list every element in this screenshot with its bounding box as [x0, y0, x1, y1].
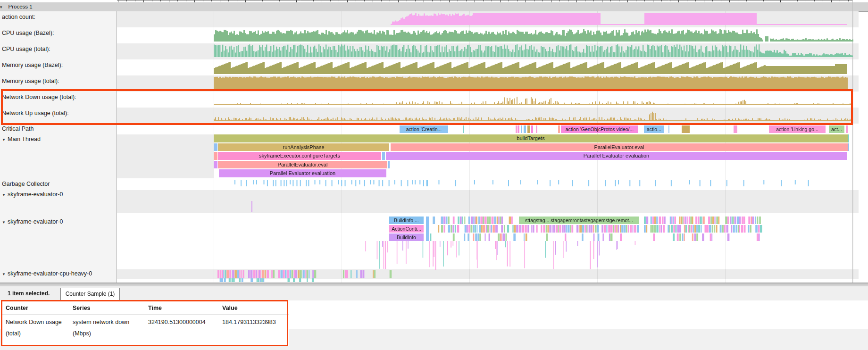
slice-sliver[interactable]: [518, 125, 519, 133]
sidebar-item-garbage-collector[interactable]: Garbage Collector: [0, 181, 117, 187]
slice-parallel-evaluator-evaluation[interactable]: Parallel Evaluator evaluation: [386, 152, 847, 160]
slice-action-linking-go-[interactable]: action 'Linking go...: [769, 125, 826, 133]
sidebar-item-main-thread[interactable]: ▾Main Thread: [0, 136, 115, 142]
slice-sliver[interactable]: [527, 125, 530, 133]
slice-sttagstag-stagagemrontastegage[interactable]: sttagstag... stagagemrontastegagemstge.r…: [519, 217, 639, 224]
slice-sliver[interactable]: [848, 134, 849, 142]
sidebar-item-memory-usage-bazel[interactable]: Memory usage (Bazel):: [0, 62, 117, 68]
sidebar-item-memory-usage-total[interactable]: Memory usage (total):: [0, 78, 117, 84]
selection-toolbar: 1 item selected. Counter Sample (1): [0, 286, 868, 300]
sidebar-item-skyframe-evaluator-0[interactable]: ▾skyframe-evaluator-0: [0, 191, 115, 198]
expand-arrow-icon[interactable]: ▾: [0, 192, 8, 197]
slice-buildinfo-[interactable]: BuildInfo ...: [389, 217, 424, 224]
slice-parallelevaluator-eval[interactable]: ParallelEvaluator.eval: [391, 143, 848, 151]
slice-sliver[interactable]: [516, 125, 517, 133]
track-name-sidebar: action count:CPU usage (Bazel):CPU usage…: [0, 11, 117, 283]
slice-sliver[interactable]: [214, 143, 217, 151]
slice-sliver[interactable]: [214, 161, 217, 169]
slice-sliver[interactable]: [214, 152, 217, 160]
track-label: Memory usage (Bazel):: [2, 62, 63, 68]
panel-divider[interactable]: [0, 283, 868, 286]
track-label: skyframe-evaluator-cpu-heavy-0: [8, 270, 92, 277]
slice-sliver[interactable]: [734, 125, 737, 133]
track-label: Memory usage (total):: [2, 78, 59, 84]
slice-action-creatin-[interactable]: action 'Creatin...: [400, 125, 448, 133]
slice-sliver[interactable]: [531, 125, 533, 133]
track-label: Garbage Collector: [2, 181, 50, 187]
highlight-box-2: [1, 300, 288, 346]
slice-runanalysisphase[interactable]: runAnalysisPhase: [218, 143, 389, 151]
timeline-slices-layer: action 'Creatin...action 'GenObjcProtos …: [0, 0, 868, 283]
sidebar-item-action-count[interactable]: action count:: [0, 14, 117, 20]
selection-status: 1 item selected.: [8, 290, 50, 297]
slice-skyframeexecutor-configuretarg[interactable]: skyframeExecutor.configureTargets: [218, 152, 381, 160]
slice-sliver[interactable]: [848, 143, 849, 151]
expand-arrow-icon[interactable]: ▾: [0, 220, 8, 225]
track-label: skyframe-evaluator-0: [8, 218, 63, 225]
slice-sliver[interactable]: [558, 125, 560, 133]
slice-buildinfo[interactable]: BuildInfo: [389, 233, 424, 241]
sidebar-item-cpu-usage-bazel[interactable]: CPU usage (Bazel):: [0, 30, 117, 36]
track-label: CPU usage (Bazel):: [2, 30, 54, 36]
sidebar-item-skyframe-evaluator-cpu-heavy-0[interactable]: ▾skyframe-evaluator-cpu-heavy-0: [0, 270, 115, 277]
track-label: CPU usage (total):: [2, 46, 50, 52]
slice-sliver[interactable]: [536, 125, 537, 133]
expand-arrow-icon[interactable]: ▾: [0, 137, 8, 142]
slice-sliver[interactable]: [668, 125, 669, 133]
slice-actionconti-[interactable]: ActionConti...: [389, 225, 424, 233]
slice-sliver[interactable]: [846, 125, 848, 133]
slice-parallelevaluator-eval[interactable]: ParallelEvaluator.eval: [218, 161, 387, 169]
slice-act-[interactable]: act...: [829, 125, 844, 133]
slice-action-genobjcprotos-video-[interactable]: action 'GenObjcProtos video/...: [561, 125, 638, 133]
sidebar-item-skyframe-evaluator-0[interactable]: ▾skyframe-evaluator-0: [0, 218, 115, 225]
tab-counter-sample[interactable]: Counter Sample (1): [60, 288, 120, 300]
slice-sliver[interactable]: [388, 161, 390, 169]
slice-buildtargets[interactable]: buildTargets: [214, 134, 848, 142]
track-label: Main Thread: [8, 136, 41, 142]
slice-sliver[interactable]: [382, 152, 385, 160]
slice-sliver[interactable]: [521, 125, 522, 133]
slice-sliver[interactable]: [682, 125, 690, 133]
slice-sliver[interactable]: [463, 125, 464, 133]
track-label: action count:: [2, 14, 35, 20]
highlight-box-1: [1, 89, 853, 125]
slice-actio-[interactable]: actio...: [644, 125, 664, 133]
sidebar-item-critical-path[interactable]: Critical Path: [0, 125, 117, 132]
expand-arrow-icon[interactable]: ▾: [0, 272, 8, 276]
trace-profiler-window: ▾Process 1 action 'Creatin...action 'Gen…: [0, 0, 868, 350]
slice-sliver[interactable]: [524, 125, 526, 133]
sidebar-item-cpu-usage-total[interactable]: CPU usage (total):: [0, 46, 117, 52]
track-label: skyframe-evaluator-0: [8, 191, 63, 198]
track-label: Critical Path: [2, 125, 33, 132]
slice-parallel-evaluator-evaluation[interactable]: Parallel Evaluator evaluation: [219, 169, 386, 177]
